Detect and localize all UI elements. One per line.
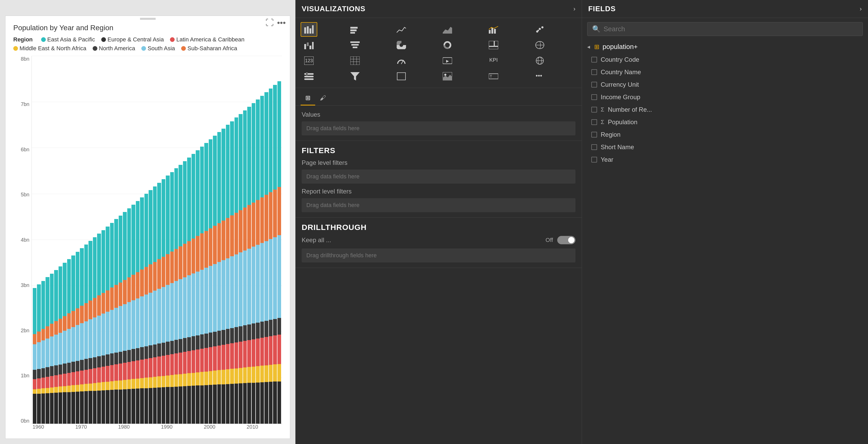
bar-segment-lac[interactable] bbox=[196, 350, 199, 373]
bar-segment-na[interactable] bbox=[114, 353, 118, 364]
bar-segment-eap[interactable] bbox=[239, 114, 242, 210]
bar-segment-sa[interactable] bbox=[76, 325, 80, 361]
bar-segment-ssa[interactable] bbox=[235, 213, 238, 255]
field-checkbox-currency-unit[interactable] bbox=[591, 82, 597, 88]
bar-segment-na[interactable] bbox=[106, 354, 109, 366]
bar-segment-eca[interactable] bbox=[157, 387, 161, 424]
field-item-region[interactable]: Region bbox=[587, 128, 863, 141]
bar-group[interactable] bbox=[187, 56, 191, 424]
bar-segment-eap[interactable] bbox=[110, 223, 114, 288]
bar-segment-eap[interactable] bbox=[273, 85, 277, 189]
bar-segment-mena[interactable] bbox=[187, 373, 191, 386]
bar-segment-sa[interactable] bbox=[131, 300, 135, 349]
bar-segment-ssa[interactable] bbox=[166, 254, 169, 285]
bar-segment-mena[interactable] bbox=[149, 377, 152, 388]
bar-segment-eca[interactable] bbox=[114, 390, 118, 424]
bar-segment-eap[interactable] bbox=[59, 266, 62, 319]
bar-group[interactable] bbox=[157, 56, 161, 424]
bar-segment-ssa[interactable] bbox=[67, 313, 71, 329]
bar-segment-mena[interactable] bbox=[76, 385, 80, 392]
bar-segment-sa[interactable] bbox=[110, 310, 114, 354]
bar-segment-sa[interactable] bbox=[166, 285, 169, 342]
bar-segment-mena[interactable] bbox=[153, 377, 157, 388]
donut-chart-icon[interactable] bbox=[439, 38, 456, 52]
bar-segment-mena[interactable] bbox=[67, 386, 71, 392]
bar-segment-na[interactable] bbox=[153, 345, 157, 357]
bar-segment-sa[interactable] bbox=[277, 235, 281, 318]
bar-segment-lac[interactable] bbox=[175, 353, 178, 375]
fields-table-header[interactable]: ◂ ⊞ population+ bbox=[587, 40, 863, 53]
bar-segment-mena[interactable] bbox=[209, 371, 212, 385]
bar-segment-lac[interactable] bbox=[71, 372, 75, 385]
bar-segment-eap[interactable] bbox=[204, 143, 208, 231]
bar-segment-eca[interactable] bbox=[196, 385, 199, 424]
bar-segment-mena[interactable] bbox=[226, 369, 229, 384]
bar-segment-eap[interactable] bbox=[67, 259, 71, 314]
chart-drag-handle[interactable] bbox=[140, 18, 156, 20]
bar-segment-na[interactable] bbox=[217, 331, 221, 346]
bar-group[interactable] bbox=[45, 56, 49, 424]
bar-segment-mena[interactable] bbox=[235, 368, 238, 384]
bar-segment-ssa[interactable] bbox=[76, 308, 80, 325]
bar-segment-eap[interactable] bbox=[45, 277, 49, 326]
bar-segment-ssa[interactable] bbox=[114, 285, 118, 308]
bar-segment-ssa[interactable] bbox=[213, 226, 217, 264]
bar-segment-ssa[interactable] bbox=[175, 249, 178, 281]
bar-segment-sa[interactable] bbox=[179, 279, 182, 339]
column-chart-icon[interactable] bbox=[347, 22, 363, 37]
bar-segment-mena[interactable] bbox=[217, 370, 221, 384]
bar-segment-na[interactable] bbox=[119, 352, 122, 363]
bar-segment-eca[interactable] bbox=[183, 386, 187, 424]
bar-segment-lac[interactable] bbox=[101, 367, 105, 382]
bar-segment-eap[interactable] bbox=[84, 244, 88, 303]
bar-group[interactable] bbox=[101, 56, 105, 424]
bar-segment-lac[interactable] bbox=[260, 338, 264, 366]
bar-group[interactable] bbox=[269, 56, 273, 424]
bar-segment-na[interactable] bbox=[179, 339, 182, 353]
bar-segment-mena[interactable] bbox=[71, 385, 75, 392]
treemap-icon[interactable] bbox=[485, 38, 502, 52]
bar-segment-eap[interactable] bbox=[209, 139, 212, 228]
bar-segment-sa[interactable] bbox=[59, 333, 62, 364]
bar-segment-ssa[interactable] bbox=[37, 331, 40, 342]
bar-segment-lac[interactable] bbox=[269, 336, 273, 365]
bar-segment-mena[interactable] bbox=[50, 387, 54, 393]
bar-segment-sa[interactable] bbox=[45, 338, 49, 367]
bar-segment-eca[interactable] bbox=[230, 384, 234, 424]
bar-group[interactable] bbox=[67, 56, 71, 424]
bar-segment-lac[interactable] bbox=[170, 354, 174, 375]
area-chart-icon[interactable] bbox=[439, 22, 456, 37]
bar-segment-eca[interactable] bbox=[221, 384, 225, 424]
bar-group[interactable] bbox=[59, 56, 62, 424]
bar-segment-eap[interactable] bbox=[114, 219, 118, 285]
bar-segment-lac[interactable] bbox=[191, 350, 195, 373]
bar-segment-lac[interactable] bbox=[80, 371, 84, 384]
kpi-icon[interactable]: KPI bbox=[485, 53, 502, 68]
bar-group[interactable] bbox=[162, 56, 165, 424]
bar-segment-eap[interactable] bbox=[235, 117, 238, 213]
bar-segment-eap[interactable] bbox=[277, 81, 281, 187]
kpi-number-icon[interactable]: 123 bbox=[301, 53, 317, 68]
bar-segment-eca[interactable] bbox=[191, 386, 195, 424]
bar-segment-ssa[interactable] bbox=[277, 187, 281, 235]
bar-segment-lac[interactable] bbox=[243, 341, 247, 368]
bar-segment-ssa[interactable] bbox=[157, 259, 161, 289]
drillthrough-drag-zone[interactable]: Drag drillthrough fields here bbox=[302, 248, 576, 263]
bar-segment-sa[interactable] bbox=[106, 312, 109, 354]
bar-segment-ssa[interactable] bbox=[217, 223, 221, 262]
bar-segment-ssa[interactable] bbox=[131, 275, 135, 300]
bar-segment-ssa[interactable] bbox=[243, 208, 247, 250]
bar-group[interactable] bbox=[80, 56, 84, 424]
bar-segment-ssa[interactable] bbox=[196, 236, 199, 272]
viz-panel-chevron[interactable]: › bbox=[574, 5, 576, 12]
bar-segment-mena[interactable] bbox=[230, 369, 234, 384]
bar-segment-lac[interactable] bbox=[252, 339, 255, 367]
field-item-year[interactable]: Year bbox=[587, 153, 863, 166]
bar-segment-eap[interactable] bbox=[71, 256, 75, 311]
bar-segment-na[interactable] bbox=[183, 338, 187, 352]
bar-group[interactable] bbox=[273, 56, 277, 424]
bar-segment-na[interactable] bbox=[157, 344, 161, 356]
bar-segment-sa[interactable] bbox=[183, 277, 187, 338]
bar-segment-mena[interactable] bbox=[260, 365, 264, 382]
bar-segment-eap[interactable] bbox=[50, 274, 54, 324]
